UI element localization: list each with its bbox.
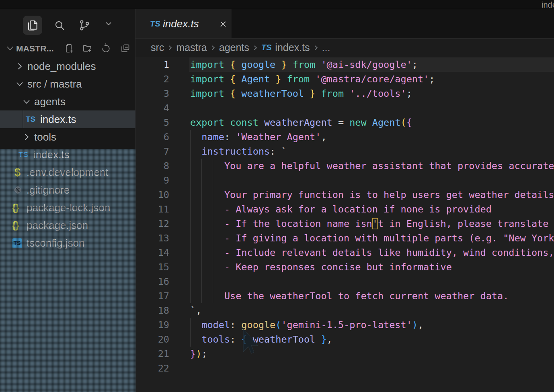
source-control-icon[interactable] <box>78 19 91 33</box>
code-line-14: 14 - Include relevant details like humid… <box>135 245 554 260</box>
tree-item-label: index.ts <box>40 110 76 128</box>
explorer-section-label[interactable]: MASTR... <box>16 44 54 53</box>
code-line-6: 6 name: 'Weather Agent', <box>135 130 554 144</box>
git-icon <box>12 184 23 197</box>
code-text: instructions: ` <box>190 144 287 159</box>
breadcrumb-item-mastra[interactable]: mastra <box>176 42 207 53</box>
code-text: - Always ask for a location if none is p… <box>190 202 492 216</box>
indent-guide <box>190 173 191 188</box>
line-number: 11 <box>135 202 169 216</box>
line-number: 15 <box>135 260 169 274</box>
code-text: import { weatherTool } from '../tools'; <box>190 86 412 101</box>
code-text: - If the location name isn't in English,… <box>190 216 554 231</box>
tree-item-tools[interactable]: tools <box>0 128 135 146</box>
code-text: You are a helpful weather assistant that… <box>190 159 554 173</box>
line-number: 6 <box>135 130 169 144</box>
chevron-down-icon[interactable] <box>104 19 113 30</box>
file-item--env-development[interactable]: $.env.development <box>0 163 135 181</box>
file-item-label: .env.development <box>27 163 108 181</box>
mouse-cursor <box>243 329 258 360</box>
new-file-icon[interactable] <box>64 43 74 55</box>
tree-item-agents[interactable]: agents <box>0 93 135 110</box>
file-item-package-json[interactable]: {}package.json <box>0 216 135 234</box>
code-text: export const weatherAgent = new Agent({ <box>190 115 412 130</box>
code-editor[interactable]: 1import { google } from '@ai-sdk/google'… <box>135 57 554 392</box>
explorer-section-chevron-icon[interactable] <box>6 44 14 54</box>
code-text: model: google('gemini-1.5-pro-latest'), <box>190 318 423 332</box>
ts-file-icon: TS <box>18 146 28 163</box>
drag-ghost-index-ts: TSindex.ts <box>0 146 135 163</box>
indent-guide <box>190 274 191 289</box>
breadcrumb-item--[interactable]: ... <box>322 42 330 53</box>
breadcrumb: srcmastraagentsTSindex.ts... <box>135 38 554 57</box>
tree-item-label: agents <box>34 93 66 110</box>
code-line-16: 16 <box>135 274 554 289</box>
line-number: 20 <box>135 332 169 347</box>
drag-ghost-label: index.ts <box>33 146 70 163</box>
code-line-13: 13 - If giving a location with multiple … <box>135 231 554 245</box>
file-item-tsconfig-json[interactable]: TStsconfig.json <box>0 234 135 252</box>
indent-guide <box>201 173 202 188</box>
breadcrumb-separator-icon <box>249 44 261 51</box>
file-item--gitignore[interactable]: .gitignore <box>0 181 135 199</box>
line-number: 16 <box>135 274 169 289</box>
explorer-icon[interactable] <box>26 19 39 33</box>
line-number: 8 <box>135 159 169 173</box>
braces-icon: {} <box>12 199 19 216</box>
tree-item-node-modules[interactable]: node_modules <box>0 57 135 75</box>
line-number: 18 <box>135 303 169 318</box>
code-text: import { google } from '@ai-sdk/google'; <box>190 57 418 72</box>
code-text: - Include relevant details like humidity… <box>190 245 554 260</box>
line-number: 3 <box>135 86 169 101</box>
tree-item-label: tools <box>34 128 56 146</box>
line-number: 21 <box>135 347 169 361</box>
new-folder-icon[interactable] <box>82 43 93 55</box>
code-line-11: 11 - Always ask for a location if none i… <box>135 202 554 216</box>
line-number: 13 <box>135 231 169 245</box>
code-line-20: 20 tools: { weatherTool }, <box>135 332 554 347</box>
code-line-2: 2import { Agent } from '@mastra/core/age… <box>135 72 554 86</box>
code-line-10: 10 Your primary function is to help user… <box>135 188 554 202</box>
tab-index-ts[interactable]: TS index.ts <box>135 9 232 38</box>
close-icon[interactable] <box>218 19 228 29</box>
title-bar: index <box>0 0 554 9</box>
breadcrumb-item-agents[interactable]: agents <box>219 42 249 53</box>
line-number: 10 <box>135 188 169 202</box>
window-title: index <box>542 0 554 9</box>
code-line-3: 3import { weatherTool } from '../tools'; <box>135 86 554 101</box>
dollar-icon: $ <box>14 163 21 181</box>
code-line-17: 17 Use the weatherTool to fetch current … <box>135 289 554 303</box>
ts-file-icon: TS <box>261 43 272 52</box>
breadcrumb-separator-icon <box>164 44 176 51</box>
code-line-9: 9 <box>135 173 554 188</box>
refresh-icon[interactable] <box>101 43 111 55</box>
code-line-1: 1import { google } from '@ai-sdk/google'… <box>135 57 554 72</box>
line-number: 5 <box>135 115 169 130</box>
code-text: - Keep responses concise but informative <box>190 260 452 274</box>
line-number: 2 <box>135 72 169 86</box>
file-item-package-lock-json[interactable]: {}package-lock.json <box>0 199 135 216</box>
chevron-right-icon <box>15 62 24 72</box>
chevron-down-icon <box>15 80 24 90</box>
line-number: 9 <box>135 173 169 188</box>
ts-badge-icon: TS <box>12 238 22 248</box>
tree-item-src-mastra[interactable]: src / mastra <box>0 75 135 93</box>
code-line-21: 21}); <box>135 347 554 361</box>
code-line-19: 19 model: google('gemini-1.5-pro-latest'… <box>135 318 554 332</box>
collapse-all-icon[interactable] <box>120 43 131 55</box>
breadcrumb-item-index-ts[interactable]: index.ts <box>275 42 310 53</box>
code-text: }); <box>190 347 207 361</box>
tree-item-index-ts[interactable]: TSindex.ts <box>0 110 135 128</box>
file-item-label: package.json <box>27 216 88 234</box>
breadcrumb-item-src[interactable]: src <box>151 42 164 53</box>
code-line-12: 12 - If the location name isn't in Engli… <box>135 216 554 231</box>
code-line-7: 7 instructions: ` <box>135 144 554 159</box>
line-number: 1 <box>135 57 169 72</box>
braces-icon: {} <box>12 216 19 234</box>
code-text: import { Agent } from '@mastra/core/agen… <box>190 72 435 86</box>
code-text: tools: { weatherTool }, <box>190 332 332 347</box>
code-line-15: 15 - Keep responses concise but informat… <box>135 260 554 274</box>
code-text: Your primary function is to help users g… <box>190 188 554 202</box>
code-line-18: 18`, <box>135 303 554 318</box>
search-icon[interactable] <box>53 19 66 33</box>
